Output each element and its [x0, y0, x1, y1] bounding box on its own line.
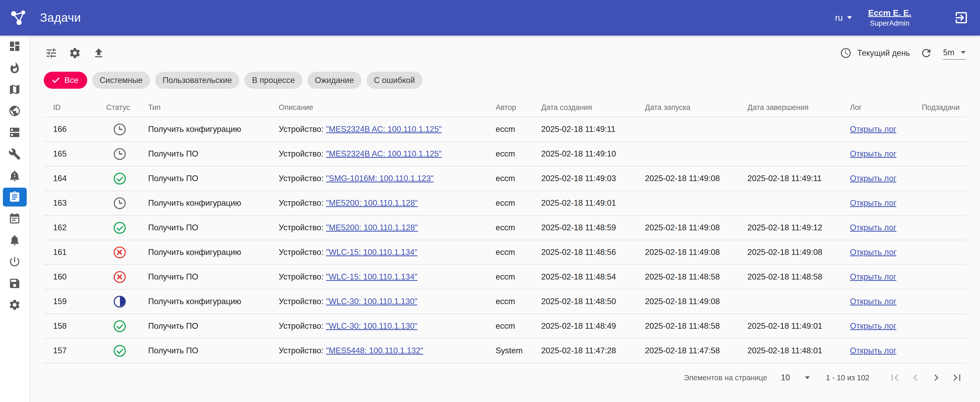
- cell-status: [107, 222, 148, 234]
- chip-label: Ожидание: [315, 76, 354, 85]
- table-row: 162 Получить ПО Устройство:"ME5200: 100.…: [44, 216, 966, 240]
- logout-button[interactable]: [953, 9, 970, 27]
- cell-status: [107, 197, 148, 209]
- open-log-link[interactable]: Открыть лог: [850, 223, 896, 232]
- language-select[interactable]: ru: [835, 13, 852, 23]
- device-link[interactable]: "MES2324B AC: 100.110.1.125": [326, 149, 442, 158]
- open-log-link[interactable]: Открыть лог: [850, 297, 896, 306]
- sidebar-item-notifications[interactable]: [0, 229, 30, 251]
- column-header-started: Дата запуска: [645, 103, 748, 112]
- filter-chip-user[interactable]: Пользовательские: [155, 72, 239, 89]
- open-log-link[interactable]: Открыть лог: [850, 321, 896, 331]
- calendar-icon: [8, 212, 21, 225]
- cell-created: 2025-02-18 11:49:03: [541, 174, 645, 183]
- open-log-link[interactable]: Открыть лог: [850, 149, 896, 158]
- chevron-down-icon: [961, 51, 966, 54]
- open-log-link[interactable]: Открыть лог: [850, 198, 896, 207]
- cell-type: Получить ПО: [148, 272, 279, 282]
- device-link[interactable]: "MES5448: 100.110.1.132": [326, 346, 423, 355]
- device-link[interactable]: "WLC-30: 100.110.1.130": [326, 297, 417, 306]
- sidebar-item-scheduler[interactable]: [0, 208, 30, 229]
- power-icon: [8, 255, 21, 268]
- table-row: 161 Получить конфигурацию Устройство:"WL…: [44, 240, 966, 265]
- status-icon: [114, 320, 126, 332]
- open-log-link[interactable]: Открыть лог: [850, 174, 896, 183]
- open-log-link[interactable]: Открыть лог: [850, 272, 896, 281]
- check-icon: [52, 76, 60, 83]
- refresh-interval-select[interactable]: 5m: [943, 47, 966, 60]
- user-name-link[interactable]: Eccm E. E.: [868, 8, 912, 19]
- description-prefix: Устройство:: [279, 198, 323, 207]
- device-link[interactable]: "WLC-30: 100.110.1.130": [326, 321, 417, 331]
- device-link[interactable]: "ME5200: 100.110.1.128": [326, 223, 418, 232]
- cell-log: Открыть лог: [850, 223, 922, 233]
- cell-log: Открыть лог: [850, 297, 922, 306]
- cell-id: 166: [53, 125, 107, 134]
- filter-chip-waiting[interactable]: Ожидание: [307, 72, 361, 89]
- table-row: 159 Получить конфигурацию Устройство:"WL…: [44, 290, 966, 314]
- cell-finished: 2025-02-18 11:49:08: [748, 248, 850, 257]
- column-header-type: Тип: [148, 103, 279, 112]
- table-settings-button[interactable]: [68, 46, 83, 60]
- filter-chip-all[interactable]: Все: [44, 72, 87, 89]
- open-log-link[interactable]: Открыть лог: [850, 125, 896, 134]
- table-header: ID Статус Тип Описание Автор Дата создан…: [44, 98, 966, 117]
- device-link[interactable]: "MES2324B AC: 100.110.1.125": [326, 125, 442, 134]
- device-link[interactable]: "WLC-15: 100.110.1.134": [326, 248, 417, 257]
- sidebar-item-devices[interactable]: [0, 122, 30, 143]
- filter-chip-in-progress[interactable]: В процессе: [244, 72, 302, 89]
- sidebar-item-web[interactable]: [0, 100, 30, 122]
- cell-finished: 2025-02-18 11:49:12: [748, 223, 850, 233]
- sidebar-item-settings[interactable]: [0, 294, 30, 316]
- chip-label: С ошибкой: [374, 76, 415, 85]
- sidebar-item-dashboard[interactable]: [0, 36, 30, 57]
- upload-button[interactable]: [91, 46, 106, 60]
- topbar-right: ru Eccm E. E. SuperAdmin: [835, 8, 970, 28]
- sidebar-item-map[interactable]: [0, 79, 30, 100]
- sidebar-item-maintenance[interactable]: [0, 143, 30, 165]
- first-page-button[interactable]: [886, 369, 905, 387]
- open-log-link[interactable]: Открыть лог: [850, 346, 896, 355]
- gear-icon: [8, 299, 21, 311]
- filter-chip-system[interactable]: Системные: [92, 72, 150, 89]
- filter-settings-button[interactable]: [44, 46, 59, 60]
- previous-page-button[interactable]: [906, 369, 925, 387]
- cell-description: Устройство:"ME5200: 100.110.1.128": [279, 223, 496, 233]
- sidebar-item-alerts[interactable]: [0, 165, 30, 186]
- table-row: 163 Получить конфигурацию Устройство:"ME…: [44, 191, 966, 216]
- sidebar-item-backup[interactable]: [0, 272, 30, 294]
- period-filter-button[interactable]: Текущий день: [840, 47, 910, 59]
- cell-type: Получить ПО: [148, 174, 279, 183]
- next-page-button[interactable]: [927, 369, 946, 387]
- device-link[interactable]: "SMG-1016M: 100.110.1.123": [326, 174, 434, 183]
- column-header-created: Дата создания: [541, 103, 645, 112]
- refresh-button[interactable]: [919, 46, 934, 60]
- toolbar-right: Текущий день 5m: [840, 46, 966, 60]
- cell-status: [107, 296, 148, 307]
- cell-type: Получить ПО: [148, 223, 279, 233]
- main-content: Текущий день 5m Все Системные Пользовате…: [30, 36, 980, 402]
- open-log-link[interactable]: Открыть лог: [850, 248, 896, 257]
- description-prefix: Устройство:: [279, 149, 323, 158]
- last-page-icon: [950, 371, 964, 384]
- sidebar-item-power[interactable]: [0, 251, 30, 272]
- device-link[interactable]: "ME5200: 100.110.1.128": [326, 198, 418, 207]
- description-prefix: Устройство:: [279, 346, 323, 355]
- bell-icon: [8, 234, 21, 247]
- cell-started: 2025-02-18 11:48:58: [645, 321, 748, 331]
- sidebar-item-alarms[interactable]: [0, 57, 30, 79]
- filter-chip-error[interactable]: С ошибкой: [366, 72, 423, 89]
- cell-log: Открыть лог: [850, 272, 922, 282]
- last-page-button[interactable]: [948, 369, 966, 387]
- cell-status: [107, 247, 148, 258]
- page-title: Задачи: [40, 11, 81, 25]
- cell-status: [107, 148, 148, 160]
- items-per-page-select[interactable]: 10: [781, 373, 810, 382]
- cell-type: Получить конфигурацию: [148, 125, 279, 134]
- cell-started: 2025-02-18 11:49:08: [645, 248, 748, 257]
- gear-icon: [68, 47, 81, 59]
- cell-description: Устройство:"SMG-1016M: 100.110.1.123": [279, 174, 496, 183]
- user-menu[interactable]: Eccm E. E. SuperAdmin: [868, 8, 912, 28]
- sidebar-item-tasks[interactable]: [0, 186, 30, 208]
- device-link[interactable]: "WLC-15: 100.110.1.134": [326, 272, 417, 281]
